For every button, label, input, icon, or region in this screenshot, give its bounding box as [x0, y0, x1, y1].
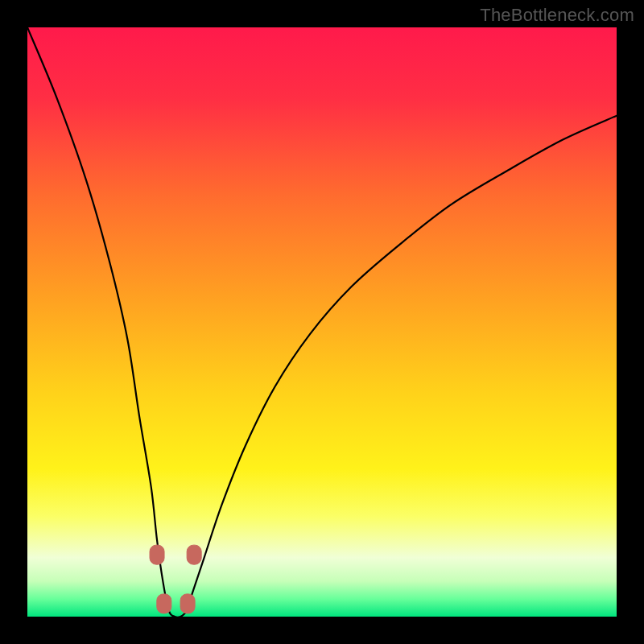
curve-marker — [180, 594, 195, 613]
bottleneck-curve — [27, 27, 617, 617]
chart-frame: TheBottleneck.com — [0, 0, 644, 644]
curve-marker — [187, 545, 201, 564]
curve-layer — [27, 27, 617, 617]
curve-marker — [150, 545, 164, 564]
curve-marker — [157, 594, 171, 613]
curve-markers — [150, 545, 201, 613]
plot-area — [27, 27, 617, 617]
watermark-text: TheBottleneck.com — [480, 5, 634, 26]
